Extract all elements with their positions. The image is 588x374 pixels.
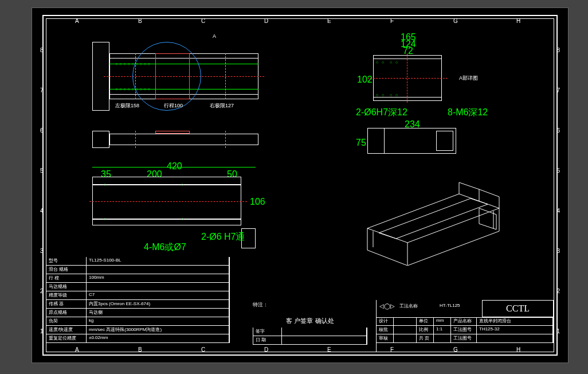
hole-note-1: 2-Ø6H7深12 bbox=[356, 107, 407, 119]
cad-viewport: A B C D E F G H A B C D E F G H 1 2 3 bbox=[0, 0, 588, 374]
speed-value: mm/sec 高速特殊(3000RPM沟道進) bbox=[87, 326, 229, 334]
frame-inner: A B C D E F G H A B C D E F G H 1 2 3 bbox=[46, 18, 554, 352]
detail-title: A部详图 bbox=[459, 75, 478, 82]
drawing-info: CCTL ◁◯▷ 工法名称 HT-TL125 设计 单位mm 产品名称直线半封闭… bbox=[376, 300, 554, 352]
row-label: 1 bbox=[556, 328, 560, 334]
left-limit-label: 左极限158 bbox=[115, 102, 139, 110]
row-label: 8 bbox=[556, 47, 560, 53]
dim-102: 102 bbox=[357, 75, 373, 85]
iso-svg bbox=[356, 177, 511, 266]
prod-label: 产品名称 bbox=[451, 317, 477, 325]
row-label: 6 bbox=[556, 127, 560, 134]
stroke-spec-label: 行 程 bbox=[46, 274, 87, 282]
dim-75: 75 bbox=[356, 138, 366, 148]
page-label: 工法图号 bbox=[451, 334, 477, 342]
right-limit-label: 右极限127 bbox=[210, 102, 234, 110]
row-label: 4 bbox=[556, 208, 560, 214]
check-label: 核批 bbox=[377, 326, 394, 334]
detail-marker: A bbox=[213, 33, 216, 39]
isometric-view bbox=[356, 177, 511, 266]
prod-value: 直线半封闭滑台 bbox=[477, 317, 553, 325]
title-block: 型号TL125-S100-BL 滑台 规格 行 程100mm 马达规格 精度等级… bbox=[46, 257, 554, 352]
speed-label: 速度/快速度 bbox=[46, 326, 87, 334]
unit-value: mm bbox=[434, 317, 451, 325]
model-value: TL125-S100-BL bbox=[87, 257, 229, 265]
sign-name-label: 签字 bbox=[253, 328, 282, 336]
notes-label: 特注： bbox=[253, 301, 268, 309]
side-view bbox=[92, 131, 264, 151]
row-label: 2 bbox=[40, 288, 44, 294]
row-label: 3 bbox=[556, 248, 560, 254]
top-view: ○ ○ ○ ○ ○ ○ ○ ○ ○ ○ ○ ○ ○ ○ ○ ○ ○ ○ A 左极… bbox=[92, 36, 264, 122]
ratio-label: 比例 bbox=[417, 326, 434, 334]
row-label: 7 bbox=[556, 87, 560, 94]
dim-420: 420 bbox=[167, 161, 182, 172]
repeat-label: 重复定位精度 bbox=[46, 334, 87, 342]
proj-label: 工法名称 bbox=[399, 303, 418, 309]
row-label: 7 bbox=[40, 87, 44, 94]
proj-value: HT-TL125 bbox=[440, 303, 460, 308]
projection-icon: ◁◯▷ bbox=[379, 303, 395, 309]
sign-title: 客 户签章 确认处 bbox=[253, 314, 367, 328]
end-view: 234 75 bbox=[362, 125, 476, 159]
company-logo: CCTL bbox=[482, 300, 554, 317]
row-label: 1 bbox=[40, 328, 44, 334]
bottom-view: 420 35 200 50 ○ ○ ○ ○ 106 bbox=[92, 162, 270, 254]
approve-label: 审核 bbox=[377, 334, 394, 342]
origin-label: 原点规格 bbox=[46, 309, 87, 317]
stroke-spec-value: 100mm bbox=[87, 274, 229, 282]
load-label: 负荷 bbox=[46, 317, 87, 325]
detail-view-a: 165 124 72 ○ ○ ○ ○ ○ ○ ○ ○ 102 A部详图 2-Ø6… bbox=[362, 33, 493, 122]
design-label: 设计 bbox=[377, 317, 394, 325]
row-label: 3 bbox=[40, 248, 44, 254]
drawno-value: TH125-32 bbox=[477, 326, 553, 334]
sensor-label: 传感 器 bbox=[46, 300, 87, 308]
row-label: 2 bbox=[556, 288, 560, 294]
hole-note-2: 8-M6深12 bbox=[448, 107, 488, 119]
drawno-label: 工法图号 bbox=[451, 326, 477, 334]
grade-label: 精度等级 bbox=[46, 291, 87, 299]
sensor-value: 内置3pcs (Omron EE-SX-674) bbox=[87, 300, 229, 308]
row-label: 6 bbox=[40, 127, 44, 134]
drawing-canvas[interactable]: A B C D E F G H A B C D E F G H 1 2 3 bbox=[32, 7, 569, 363]
ratio-value: 1:1 bbox=[434, 326, 451, 334]
hole-note-3: 2-Ø6 H7通 bbox=[201, 231, 245, 243]
hole-note-4: 4-M6或Ø7 bbox=[144, 241, 186, 254]
grade-value: C7 bbox=[87, 291, 229, 299]
row-label: 5 bbox=[40, 167, 44, 174]
repeat-value: ±0.02mm bbox=[87, 334, 229, 342]
model-label: 型号 bbox=[46, 257, 87, 265]
drawing-frame: A B C D E F G H A B C D E F G H 1 2 3 bbox=[42, 15, 558, 356]
row-label: 8 bbox=[40, 47, 44, 53]
dim-106: 106 bbox=[250, 197, 265, 207]
signature-block: 客 户签章 确认处 签字 日 期 bbox=[253, 314, 367, 352]
total-label: 共 页 bbox=[417, 334, 434, 342]
motor-label: 马达规格 bbox=[46, 283, 87, 291]
row-label: 4 bbox=[40, 208, 44, 214]
origin-value: 马达侧 bbox=[87, 309, 229, 317]
subtype-label: 滑台 规格 bbox=[46, 266, 87, 274]
sign-date-label: 日 期 bbox=[253, 336, 282, 344]
row-label: 5 bbox=[556, 167, 560, 174]
load-value: kg bbox=[87, 317, 229, 325]
stroke-label: 行程100 bbox=[164, 102, 183, 110]
unit-label: 单位 bbox=[417, 317, 434, 325]
spec-table: 型号TL125-S100-BL 滑台 规格 行 程100mm 马达规格 精度等级… bbox=[46, 257, 230, 352]
